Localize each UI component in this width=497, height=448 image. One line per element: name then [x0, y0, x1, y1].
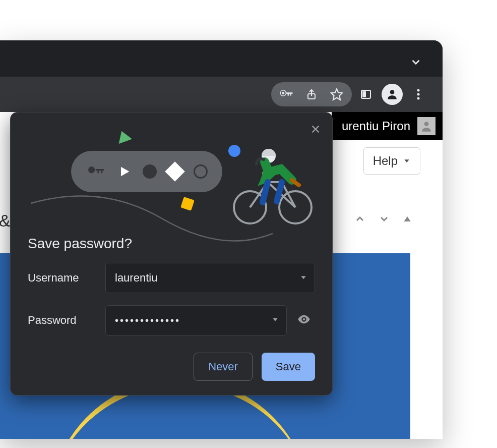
svg-marker-10	[404, 216, 410, 221]
sort-up-icon[interactable]	[402, 214, 412, 226]
svg-point-7	[417, 97, 420, 100]
svg-rect-3	[362, 91, 366, 97]
browser-toolbar	[0, 77, 443, 112]
password-key-icon[interactable]	[274, 82, 298, 106]
svg-marker-1	[331, 89, 342, 100]
panel-nav-controls	[354, 213, 412, 227]
user-bar: urentiu Piron	[332, 112, 443, 140]
password-pill-graphic	[71, 151, 222, 192]
sidepanel-icon[interactable]	[354, 82, 378, 106]
svg-marker-9	[404, 159, 409, 162]
never-button[interactable]: Never	[194, 353, 253, 381]
truncated-heading: &	[0, 211, 11, 231]
triangle-accent	[115, 129, 132, 144]
svg-marker-17	[301, 276, 305, 279]
help-dropdown[interactable]: Help	[363, 147, 420, 175]
reveal-password-button[interactable]	[294, 312, 314, 328]
username-dropdown-icon[interactable]	[299, 271, 307, 285]
svg-point-4	[390, 90, 395, 94]
password-dropdown-icon[interactable]	[271, 315, 279, 326]
profile-button[interactable]	[380, 82, 404, 106]
eye-icon	[297, 312, 311, 326]
svg-marker-13	[121, 167, 129, 177]
expand-down-icon[interactable]	[378, 213, 390, 227]
user-avatar[interactable]	[417, 117, 436, 135]
share-icon[interactable]	[299, 82, 324, 106]
password-label: Password	[28, 314, 98, 327]
help-label: Help	[373, 154, 398, 168]
password-mask: •••••••••••••	[115, 315, 180, 326]
cyclist-graphic	[232, 142, 313, 228]
username-label: Username	[28, 271, 98, 285]
save-button[interactable]: Save	[262, 353, 315, 381]
username-field[interactable]: laurentiu	[105, 263, 315, 293]
tab-search-dropdown[interactable]	[409, 55, 422, 71]
save-password-dialog: Save password? Username laurentiu Passwo…	[10, 112, 333, 396]
star-icon[interactable]	[325, 82, 349, 106]
dialog-illustration	[11, 113, 332, 229]
svg-marker-18	[273, 318, 277, 321]
collapse-up-icon[interactable]	[354, 213, 366, 227]
password-row: Password •••••••••••••	[11, 299, 332, 342]
dialog-buttons: Never Save	[11, 342, 332, 384]
caret-down-icon	[403, 157, 411, 165]
svg-point-5	[417, 89, 420, 92]
svg-point-6	[417, 93, 420, 96]
tab-strip	[0, 40, 443, 77]
username-value: laurentiu	[115, 271, 157, 285]
user-display-name: urentiu Piron	[342, 119, 410, 133]
extension-pill	[271, 82, 352, 106]
kebab-menu-icon[interactable]	[406, 82, 430, 106]
password-field[interactable]: •••••••••••••	[105, 305, 287, 335]
svg-point-8	[424, 122, 429, 126]
